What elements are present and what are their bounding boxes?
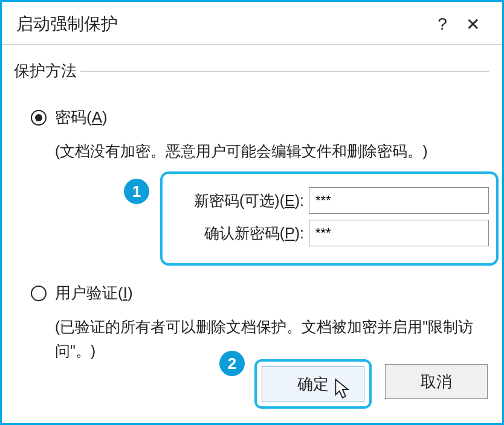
group-divider bbox=[80, 71, 489, 72]
new-password-label: 新密码(可选)(E): bbox=[170, 191, 309, 211]
radio-password[interactable] bbox=[31, 110, 47, 126]
callout-badge-1: 1 bbox=[124, 179, 149, 204]
userauth-hint: (已验证的所有者可以删除文档保护。文档被加密并启用"限制访问"。) bbox=[55, 315, 490, 363]
radio-row-userauth[interactable]: 用户验证(I) bbox=[31, 283, 490, 304]
new-password-row: 新密码(可选)(E): bbox=[170, 187, 489, 214]
ok-highlight-box: 确定 bbox=[254, 359, 372, 409]
confirm-password-label: 确认新密码(P): bbox=[170, 223, 309, 243]
password-highlight-box: 新密码(可选)(E): 确认新密码(P): bbox=[160, 171, 499, 266]
help-icon[interactable]: ? bbox=[427, 14, 457, 34]
radio-password-label: 密码(A) bbox=[55, 107, 108, 128]
confirm-password-input[interactable] bbox=[309, 220, 489, 246]
callout-badge-2: 2 bbox=[219, 351, 245, 376]
radio-row-password[interactable]: 密码(A) bbox=[31, 107, 490, 128]
radio-userauth-label: 用户验证(I) bbox=[55, 283, 133, 304]
ok-button[interactable]: 确定 bbox=[262, 366, 364, 401]
dialog-title: 启动强制保护 bbox=[16, 13, 427, 36]
radio-userauth[interactable] bbox=[31, 286, 47, 301]
button-row: 2 确定 取消 bbox=[219, 359, 488, 409]
dialog-content: 保护方法 密码(A) (文档没有加密。恶意用户可能会编辑文件和删除密码。) 1 … bbox=[2, 45, 502, 423]
cursor-icon bbox=[334, 378, 353, 401]
start-enforce-protection-dialog: 启动强制保护 ? ✕ 保护方法 密码(A) (文档没有加密。恶意用户可能会编辑文… bbox=[0, 0, 504, 425]
close-icon[interactable]: ✕ bbox=[457, 14, 488, 34]
confirm-password-row: 确认新密码(P): bbox=[170, 220, 489, 246]
new-password-input[interactable] bbox=[309, 187, 489, 214]
password-block: 1 新密码(可选)(E): 确认新密码(P): bbox=[117, 171, 490, 266]
group-label: 保护方法 bbox=[14, 60, 82, 81]
password-hint: (文档没有加密。恶意用户可能会编辑文件和删除密码。) bbox=[55, 139, 490, 163]
cancel-button[interactable]: 取消 bbox=[385, 364, 488, 399]
titlebar: 启动强制保护 ? ✕ bbox=[2, 2, 502, 45]
